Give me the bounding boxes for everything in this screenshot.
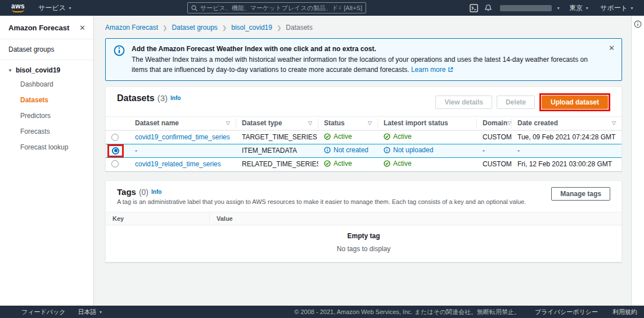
status-badge: Not created — [324, 146, 368, 154]
row-radio[interactable] — [111, 160, 119, 167]
info-icon — [114, 45, 125, 56]
sidebar-item-forecast-lookup[interactable]: Forecast lookup — [0, 139, 93, 155]
feedback-link[interactable]: フィードバック — [21, 308, 66, 316]
breadcrumb-dataset-groups[interactable]: Dataset groups — [172, 24, 217, 31]
dataset-type-value: TARGET_TIME_SERIES — [236, 133, 318, 141]
chevron-down-icon: ▼ — [68, 6, 72, 10]
help-info-icon[interactable] — [634, 20, 642, 28]
services-menu-label: サービス — [38, 3, 66, 13]
sidebar-item-dataset-groups[interactable]: Dataset groups — [0, 39, 93, 60]
support-menu[interactable]: サポート ▼ — [595, 0, 640, 16]
annotation-highlight-radio — [107, 144, 124, 157]
datasets-table-header: Dataset name▽ Dataset type▽ Status▽ Late… — [106, 116, 622, 130]
tags-empty-title: Empty tag — [106, 232, 622, 240]
sidebar-item-forecasts[interactable]: Forecasts — [0, 124, 93, 139]
date-created-value: - — [512, 147, 622, 155]
side-navigation: Amazon Forecast ✕ Dataset groups ▼ bisol… — [0, 16, 94, 306]
terms-link[interactable]: 利用規約 — [613, 308, 637, 316]
filter-icon[interactable]: ▽ — [308, 120, 312, 126]
top-navigation-bar: aws サービス ▼ [Alt+S] ▼ 東京 ▼ サポート ▼ — [0, 0, 644, 16]
main-content: Amazon Forecast ❯ Dataset groups ❯ bisol… — [94, 16, 631, 306]
breadcrumb-group[interactable]: bisol_covid19 — [231, 24, 272, 31]
help-panel-collapsed — [631, 16, 644, 306]
import-status-badge: Not uploaded — [384, 146, 433, 154]
view-details-button[interactable]: View details — [435, 96, 492, 109]
dataset-name-link[interactable]: covid19_confirmed_time_series — [135, 133, 230, 141]
chevron-down-icon: ▼ — [8, 68, 12, 73]
sidebar-item-datasets[interactable]: Datasets — [0, 92, 93, 108]
breadcrumb: Amazon Forecast ❯ Dataset groups ❯ bisol… — [105, 24, 622, 31]
cloudshell-button[interactable] — [466, 0, 481, 16]
search-shortcut-hint: [Alt+S] — [344, 4, 362, 11]
sidebar-item-dashboard[interactable]: Dashboard — [0, 76, 93, 92]
services-menu[interactable]: サービス ▼ — [33, 0, 78, 16]
chevron-down-icon: ▼ — [556, 6, 560, 10]
filter-icon[interactable]: ▽ — [226, 120, 230, 126]
check-circle-icon — [324, 160, 331, 167]
learn-more-label: Learn more — [411, 66, 445, 74]
column-key: Key — [106, 214, 210, 223]
language-selector[interactable]: 日本語 ▼ — [78, 308, 103, 316]
notifications-bell-icon[interactable] — [481, 0, 496, 16]
chevron-down-icon: ▼ — [585, 6, 589, 10]
global-search[interactable]: [Alt+S] — [187, 2, 366, 13]
datasets-count: (3) — [157, 93, 168, 103]
tags-title: Tags — [117, 187, 136, 197]
aws-logo[interactable]: aws — [11, 3, 25, 12]
chevron-down-icon: ▼ — [630, 6, 634, 10]
sidebar-title: Amazon Forecast — [8, 24, 69, 32]
footer-bar: フィードバック 日本語 ▼ © 2008 - 2021, Amazon Web … — [0, 306, 644, 318]
row-radio[interactable] — [111, 134, 119, 141]
sidebar-item-predictors[interactable]: Predictors — [0, 108, 93, 124]
upload-dataset-button[interactable]: Upload dataset — [542, 96, 608, 109]
row-radio-selected[interactable] — [112, 147, 119, 155]
banner-close-icon[interactable]: ✕ — [609, 44, 615, 52]
status-badge: Active — [324, 133, 352, 140]
column-latest-import-status: Latest import status — [378, 119, 477, 128]
tags-empty-state: Empty tag No tags to display — [106, 225, 622, 262]
filter-icon[interactable]: ▽ — [612, 120, 616, 126]
privacy-policy-link[interactable]: プライバシーポリシー — [535, 308, 598, 316]
dataset-type-value: RELATED_TIME_SERIES — [236, 160, 318, 168]
breadcrumb-amazon-forecast[interactable]: Amazon Forecast — [105, 24, 158, 31]
aws-smile-icon — [12, 9, 24, 12]
import-status-badge: Active — [384, 160, 412, 167]
annotation-highlight-upload: Upload dataset — [539, 93, 610, 111]
dataset-name-value: - — [129, 147, 236, 155]
delete-button[interactable]: Delete — [497, 96, 535, 109]
tags-empty-text: No tags to display — [106, 245, 622, 253]
sidebar-close-icon[interactable]: ✕ — [79, 24, 85, 32]
breadcrumb-current: Datasets — [286, 24, 312, 31]
column-domain: Domain▽ — [477, 119, 512, 128]
banner-text: The Weather Index trains a model with hi… — [132, 56, 588, 74]
region-label: 東京 — [569, 3, 583, 13]
check-circle-icon — [384, 160, 390, 167]
info-circle-icon — [384, 147, 390, 153]
domain-value: CUSTOM — [477, 133, 512, 141]
breadcrumb-separator: ❯ — [163, 25, 167, 31]
table-row-covid19-confirmed[interactable]: covid19_confirmed_time_series TARGET_TIM… — [106, 130, 622, 144]
tags-info-link[interactable]: Info — [151, 189, 161, 195]
table-row-item-metadata[interactable]: - ITEM_METADATA Not created Not uploaded… — [106, 144, 622, 157]
account-menu[interactable]: ▼ — [496, 0, 564, 16]
sidebar-group-bisol-covid19[interactable]: ▼ bisol_covid19 — [0, 60, 93, 76]
filter-icon[interactable]: ▽ — [368, 120, 372, 126]
datasets-table: Dataset name▽ Dataset type▽ Status▽ Late… — [106, 116, 622, 171]
column-value: Value — [210, 214, 622, 223]
manage-tags-button[interactable]: Manage tags — [551, 187, 610, 201]
check-circle-icon — [384, 133, 390, 140]
table-row-covid19-related[interactable]: covid19_related_time_series RELATED_TIME… — [106, 157, 622, 171]
tags-panel: Tags (0) Info A tag is an administrative… — [105, 180, 622, 262]
tags-table-header: Key Value — [106, 212, 622, 225]
sidebar-group-label: bisol_covid19 — [16, 66, 60, 74]
status-badge: Active — [324, 160, 352, 167]
datasets-info-link[interactable]: Info — [170, 95, 181, 101]
learn-more-link[interactable]: Learn more — [411, 66, 453, 74]
search-input[interactable] — [200, 4, 341, 11]
dataset-name-link[interactable]: covid19_related_time_series — [135, 160, 221, 168]
column-status: Status▽ — [318, 119, 378, 128]
filter-icon[interactable]: ▽ — [507, 120, 511, 126]
date-created-value: Fri, 12 Feb 2021 03:00:28 GMT — [512, 160, 622, 168]
account-name-redacted — [500, 5, 552, 11]
region-menu[interactable]: 東京 ▼ — [564, 0, 595, 16]
